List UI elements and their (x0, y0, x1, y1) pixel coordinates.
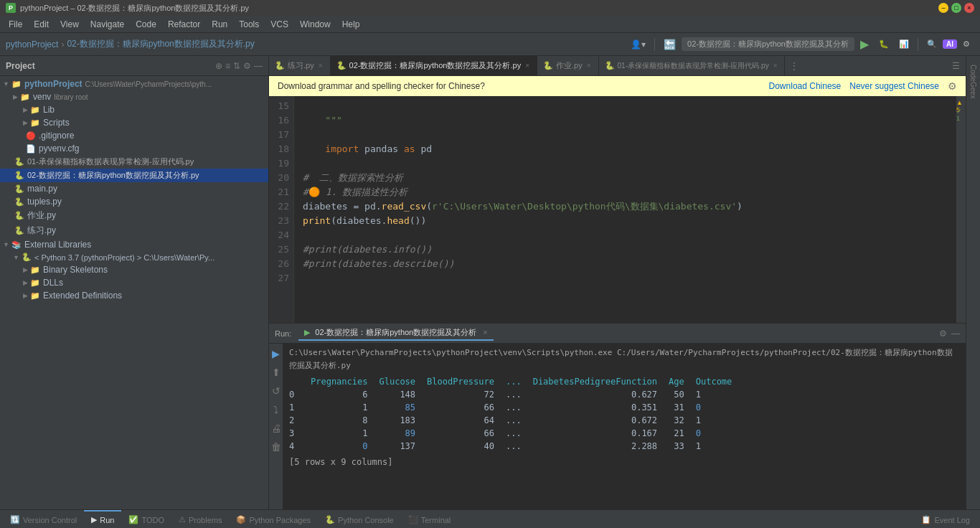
tree-binary[interactable]: ▶ 📁 Binary Skeletons (0, 263, 268, 276)
run-play-btn[interactable]: ▶ (269, 346, 283, 361)
panel-sort-icon[interactable]: ⇅ (233, 61, 240, 71)
menu-help[interactable]: Help (336, 18, 366, 31)
run-hide-icon[interactable]: — (951, 329, 960, 339)
git-button[interactable]: 👤▾ (626, 37, 650, 52)
profile-button[interactable]: 📊 (895, 37, 913, 51)
panel-close-icon[interactable]: — (254, 61, 263, 71)
menu-refactor[interactable]: Refactor (162, 18, 206, 31)
right-sidebar-toggle[interactable]: ☰ (946, 61, 966, 71)
tree-pyvenv[interactable]: 📄 pyvenv.cfg (0, 142, 268, 155)
run-scroll-btn[interactable]: ⤵ (269, 402, 283, 417)
panel-list-icon[interactable]: ≡ (225, 61, 230, 71)
tab-zuoye-close[interactable]: × (585, 61, 593, 70)
run-table: Pregnancies Glucose BloodPressure ... Di… (289, 375, 732, 453)
menu-bar: File Edit View Navigate Code Refactor Ru… (0, 16, 980, 33)
bottom-tab-event-log[interactable]: 📋 Event Log (914, 510, 977, 529)
event-log-icon: 📋 (921, 515, 931, 524)
bottom-tab-version-control[interactable]: 🔃 Version Control (3, 510, 84, 529)
bottom-tab-python-console[interactable]: 🐍 Python Console (318, 510, 401, 529)
run-tab-active[interactable]: ▶ 02-数据挖掘：糖尿病python数据挖掘及其分析 × (298, 326, 494, 341)
menu-window[interactable]: Window (294, 18, 336, 31)
settings-button[interactable]: ⚙ (958, 37, 974, 51)
tab-01[interactable]: 🐍 01-承保保额指标数据表现异常检测-应用代码.py × (599, 56, 786, 76)
bottom-tab-problems[interactable]: ⚠ Problems (171, 510, 229, 529)
panel-header: Project ⊕ ≡ ⇅ ⚙ — (0, 56, 268, 76)
debug-button[interactable]: 🐛 (875, 37, 893, 51)
tab-lianxi-label: 练习.py (288, 60, 314, 71)
tree-main[interactable]: 🐍 main.py (0, 182, 268, 195)
tab-zuoye-icon: 🐍 (543, 61, 553, 70)
breadcrumb-project[interactable]: pythonProject (6, 39, 58, 50)
run-stop-btn[interactable]: ⬆ (269, 365, 283, 380)
bottom-tab-todo[interactable]: ✅ TODO (121, 510, 171, 529)
tab-more[interactable]: ⋮ (785, 60, 804, 72)
tree-lib[interactable]: ▶ 📁 Lib (0, 103, 268, 116)
panel-add-icon[interactable]: ⊕ (215, 61, 222, 71)
toolbar-right: 👤▾ 🔙 02-数据挖掘：糖尿病python数据挖掘及其分析 ▶ 🐛 📊 🔍 A… (626, 35, 974, 53)
run-settings-icon[interactable]: ⚙ (939, 329, 947, 339)
tree-dlls[interactable]: ▶ 📁 DLLs (0, 276, 268, 289)
tab-02-close[interactable]: × (524, 61, 531, 70)
tab-02[interactable]: 🐍 02-数据挖掘：糖尿病python数据挖掘及其分析.py × (331, 56, 537, 76)
run-tab-close[interactable]: × (483, 328, 487, 336)
never-suggest-link[interactable]: Never suggest Chinese (849, 81, 939, 91)
search-button[interactable]: 🔍 (923, 37, 941, 51)
bottom-tab-python-packages[interactable]: 📦 Python Packages (229, 510, 318, 529)
menu-file[interactable]: File (3, 18, 28, 31)
menu-tools[interactable]: Tools (233, 18, 265, 31)
toolbar: pythonProject › 02-数据挖掘：糖尿病python数据挖掘及其分… (0, 33, 980, 56)
event-log-label: Event Log (934, 516, 970, 524)
maximize-button[interactable]: □ (951, 3, 961, 13)
tab-zuoye[interactable]: 🐍 作业.py × (537, 56, 599, 76)
python-console-icon: 🐍 (325, 515, 335, 524)
codegeex-label[interactable]: CodeGeex (968, 59, 979, 105)
table-row: 1 1 85 66 ... 0.351 31 0 (289, 401, 732, 414)
tree-file-01[interactable]: 🐍 01-承保保额指标数据表现异常检测-应用代码.py (0, 155, 268, 169)
panel-settings-icon[interactable]: ⚙ (243, 61, 251, 71)
run-clear-btn[interactable]: 🗑 (269, 440, 283, 454)
run-header: Run: ▶ 02-数据挖掘：糖尿病python数据挖掘及其分析 × ⚙ — (269, 324, 966, 344)
tab-01-icon: 🐍 (605, 61, 615, 70)
tree-extended[interactable]: ▶ 📁 Extended Definitions (0, 289, 268, 302)
tree-venv[interactable]: ▶ 📁 venv library root (0, 90, 268, 103)
breadcrumb-sep1: › (61, 39, 64, 50)
tree-gitignore[interactable]: 🔴 .gitignore (0, 129, 268, 142)
title-bar: P pythonProject – 02-数据挖掘：糖尿病python数据挖掘及… (0, 0, 980, 16)
tree-tuples[interactable]: 🐍 tuples.py (0, 195, 268, 208)
tree-lianxi[interactable]: 🐍 练习.py (0, 223, 268, 238)
right-sidebar: CodeGeex (966, 56, 980, 509)
run-button[interactable]: ▶ (856, 35, 873, 53)
minimize-button[interactable]: – (938, 3, 948, 13)
breadcrumb-file[interactable]: 02-数据挖掘：糖尿病python数据挖掘及其分析.py (67, 38, 254, 50)
back-button[interactable]: 🔙 (659, 37, 680, 52)
run-print-btn[interactable]: 🖨 (269, 421, 283, 435)
version-control-label: Version Control (23, 516, 77, 524)
menu-view[interactable]: View (55, 18, 85, 31)
tab-lianxi[interactable]: 🐍 练习.py × (269, 56, 331, 76)
menu-code[interactable]: Code (130, 18, 162, 31)
tree-zuoye[interactable]: 🐍 作业.py (0, 208, 268, 223)
notification-settings[interactable]: ⚙ (948, 80, 957, 92)
run-tab-label: Run (100, 516, 114, 524)
tab-lianxi-close[interactable]: × (317, 61, 324, 70)
tab-02-label: 02-数据挖掘：糖尿病python数据挖掘及其分析.py (349, 60, 522, 71)
bottom-tab-run[interactable]: ▶ Run (84, 510, 121, 529)
tree-external[interactable]: ▼ 📚 External Libraries (0, 238, 268, 251)
download-chinese-link[interactable]: Download Chinese (769, 81, 842, 91)
menu-edit[interactable]: Edit (28, 18, 55, 31)
menu-navigate[interactable]: Navigate (85, 18, 130, 31)
tree-file-02[interactable]: 🐍 02-数据挖掘：糖尿病python数据挖掘及其分析.py (0, 169, 268, 182)
tree-scripts[interactable]: ▶ 📁 Scripts (0, 116, 268, 129)
run-rerun-btn[interactable]: ↺ (269, 384, 283, 398)
close-button[interactable]: × (964, 3, 974, 13)
tree-python37[interactable]: ▼ 🐍 < Python 3.7 (pythonProject) > C:\Us… (0, 251, 268, 263)
line-numbers: 15 16 17 18 19 20 21 22 23 24 25 26 27 (269, 96, 294, 323)
menu-run[interactable]: Run (206, 18, 233, 31)
code-content[interactable]: """ import pandas as pd # 二、数据探索性分析 #🟠 1… (294, 96, 956, 323)
problems-label: Problems (189, 516, 222, 524)
bottom-tab-terminal[interactable]: ⬛ Terminal (401, 510, 458, 529)
run-panel-sidebar: ▶ ⬆ ↺ ⤵ 🖨 🗑 (269, 344, 283, 509)
tree-root[interactable]: ▼ 📁 pythonProject C:\Users\Water\Pycharm… (0, 77, 268, 90)
tab-01-close[interactable]: × (772, 61, 779, 70)
menu-vcs[interactable]: VCS (265, 18, 294, 31)
